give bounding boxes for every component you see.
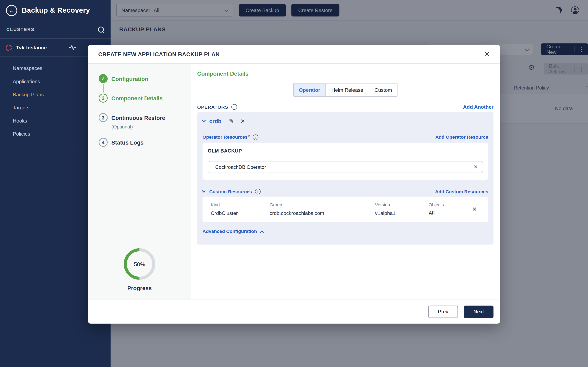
tab-operator[interactable]: Operator (293, 83, 326, 96)
operator-resources-label: Operator Resources (203, 134, 248, 140)
objects-value-link[interactable]: All (429, 210, 462, 216)
kind-column: Kind CrdbCluster (211, 202, 269, 216)
operator-resource-field[interactable]: CockroachDB Operator ✕ (208, 161, 483, 173)
activity-icon[interactable] (69, 45, 76, 50)
progress-ring: 50% (124, 248, 155, 280)
clusters-label: CLUSTERS (6, 27, 35, 32)
version-value: v1alpha1 (375, 210, 429, 216)
clear-field-icon[interactable]: ✕ (473, 164, 478, 170)
app-screen: ← Backup & Recovery CLUSTERS Tvk-Instanc… (0, 0, 588, 367)
add-operator-resource-link[interactable]: Add Operator Resource (435, 134, 488, 140)
group-column: Group crdb.cockroachlabs.com (270, 202, 375, 216)
operator-resource-value: CockroachDB Operator (215, 164, 266, 170)
step-label: Configuration (112, 75, 148, 82)
step-continuous-restore[interactable]: 3 Continuous Restore (88, 113, 191, 122)
step-label: Continuous Restore (112, 114, 165, 121)
custom-resources-row: Custom Resources i Add Custom Resources (203, 189, 488, 194)
advanced-configuration-row[interactable]: Advanced Configuration (203, 229, 488, 234)
close-icon[interactable]: ✕ (484, 50, 490, 58)
progress-label: Progress (127, 285, 152, 291)
step-status-logs[interactable]: 4 Status Logs (88, 138, 191, 147)
sidebar-header: ← Backup & Recovery (0, 0, 111, 21)
wizard-stepper: ✓ Configuration 2 Component Details 3 Co… (88, 64, 191, 300)
back-icon[interactable]: ← (6, 5, 17, 16)
search-icon[interactable] (98, 26, 104, 33)
edit-pencil-icon[interactable]: ✎ (229, 118, 234, 125)
progress-indicator: 50% Progress (88, 248, 191, 291)
clusters-section-header: CLUSTERS (0, 21, 111, 39)
app-title: Backup & Recovery (22, 6, 90, 15)
create-backup-plan-modal: CREATE NEW APPLICATION BACKUP PLAN ✕ ✓ C… (88, 45, 500, 324)
step-number: 4 (99, 138, 108, 147)
step-component-details[interactable]: 2 Component Details (88, 94, 191, 103)
prev-button[interactable]: Prev (428, 306, 458, 318)
custom-resources-label: Custom Resources (209, 189, 252, 194)
kind-value: CrdbCluster (211, 210, 269, 216)
group-value: crdb.cockroachlabs.com (270, 210, 375, 216)
objects-label: Objects (429, 202, 462, 208)
chevron-down-icon[interactable] (202, 189, 206, 193)
progress-percent: 50% (127, 251, 152, 277)
add-another-link[interactable]: Add Another (463, 104, 493, 110)
olm-backup-label: OLM BACKUP (208, 148, 483, 154)
step-number: 3 (99, 113, 108, 122)
step-optional-note: (Optional) (88, 124, 191, 130)
operator-panel: crdb ✎ ✕ Operator Resources * i Add Oper… (197, 112, 493, 244)
remove-resource-icon[interactable]: ✕ (472, 206, 477, 213)
version-column: Version v1alpha1 (375, 202, 429, 216)
add-custom-resources-link[interactable]: Add Custom Resources (435, 189, 488, 194)
chevron-up-icon (260, 231, 264, 234)
info-icon[interactable]: i (231, 104, 237, 110)
modal-body: ✓ Configuration 2 Component Details 3 Co… (88, 64, 500, 300)
section-title: Component Details (197, 70, 493, 77)
operator-resources-row: Operator Resources * i Add Operator Reso… (203, 134, 488, 141)
tab-helm-release[interactable]: Helm Release (326, 83, 369, 96)
step-label: Status Logs (112, 139, 144, 145)
step-check-icon: ✓ (99, 74, 108, 83)
component-type-tabs: Operator Helm Release Custom (293, 83, 398, 97)
step-configuration[interactable]: ✓ Configuration (88, 74, 191, 83)
version-label: Version (375, 202, 429, 208)
operators-label: OPERATORS (197, 104, 228, 110)
next-button[interactable]: Next (464, 306, 493, 318)
tvk-logo-icon (5, 44, 12, 51)
olm-backup-card: OLM BACKUP CockroachDB Operator ✕ (203, 143, 488, 180)
step-number: 2 (99, 94, 108, 103)
remove-operator-icon[interactable]: ✕ (240, 118, 245, 125)
chevron-down-icon[interactable] (202, 118, 206, 122)
operator-name: crdb (209, 118, 222, 124)
custom-resource-card: Kind CrdbCluster Group crdb.cockroachlab… (203, 197, 488, 222)
modal-header: CREATE NEW APPLICATION BACKUP PLAN ✕ (88, 45, 500, 64)
info-icon[interactable]: i (255, 189, 261, 194)
group-label: Group (270, 202, 375, 208)
objects-column: Objects All (429, 202, 462, 216)
advanced-configuration-label: Advanced Configuration (203, 229, 257, 234)
operators-row: OPERATORS i Add Another (197, 104, 493, 110)
info-icon[interactable]: i (253, 134, 259, 140)
modal-title: CREATE NEW APPLICATION BACKUP PLAN (98, 51, 220, 57)
operator-panel-header: crdb ✎ ✕ (203, 118, 488, 125)
modal-content: Component Details Operator Helm Release … (191, 64, 500, 300)
required-asterisk: * (248, 134, 250, 141)
kind-label: Kind (211, 202, 269, 208)
tab-custom[interactable]: Custom (369, 83, 398, 96)
modal-footer: Prev Next (88, 300, 500, 324)
step-label: Component Details (112, 95, 163, 101)
step-connector (103, 84, 104, 92)
cluster-name: Tvk-Instance (16, 45, 47, 50)
